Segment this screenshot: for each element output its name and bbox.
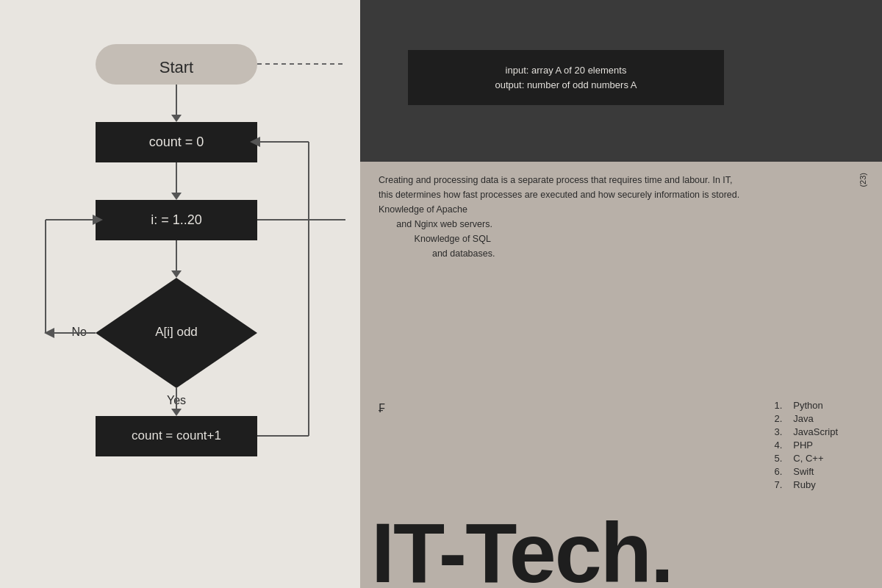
list-num: 4. xyxy=(767,440,782,451)
desc-text: Creating and processing data is a separa… xyxy=(379,175,739,259)
list-name: Ruby xyxy=(793,479,815,490)
list-item: 7. Ruby xyxy=(767,479,838,490)
page-number: (23) xyxy=(858,173,867,187)
list-name: Swift xyxy=(793,466,814,477)
list-name: Python xyxy=(793,400,822,411)
list-num: 7. xyxy=(767,479,782,490)
description-paragraph: Creating and processing data is a separa… xyxy=(379,173,746,261)
list-num: 5. xyxy=(767,453,782,464)
list-name: C, C++ xyxy=(793,453,823,464)
list-num: 2. xyxy=(767,413,782,424)
list-name: Java xyxy=(793,413,813,424)
language-list: 1. Python 2. Java 3. JavaScript 4. PHP 5… xyxy=(767,400,838,492)
list-name: JavaScript xyxy=(793,426,838,437)
list-item: 3. JavaScript xyxy=(767,426,838,437)
list-item: 6. Swift xyxy=(767,466,838,477)
list-item: 5. C, C++ xyxy=(767,453,838,464)
list-num: 3. xyxy=(767,426,782,437)
it-tech-title: IT-Tech. xyxy=(371,511,673,588)
hash-symbol: ₣ xyxy=(379,402,385,415)
left-panel xyxy=(0,0,360,588)
list-num: 6. xyxy=(767,466,782,477)
description-box: input: array A of 20 elements output: nu… xyxy=(408,50,724,105)
list-item: 4. PHP xyxy=(767,440,838,451)
right-content: (23) Creating and processing data is a s… xyxy=(368,165,875,588)
description-line1: input: array A of 20 elements xyxy=(506,65,627,76)
description-line2: output: number of odd numbers A xyxy=(495,79,637,90)
list-item: 2. Java xyxy=(767,413,838,424)
list-item: 1. Python xyxy=(767,400,838,411)
list-num: 1. xyxy=(767,400,782,411)
list-name: PHP xyxy=(793,440,813,451)
